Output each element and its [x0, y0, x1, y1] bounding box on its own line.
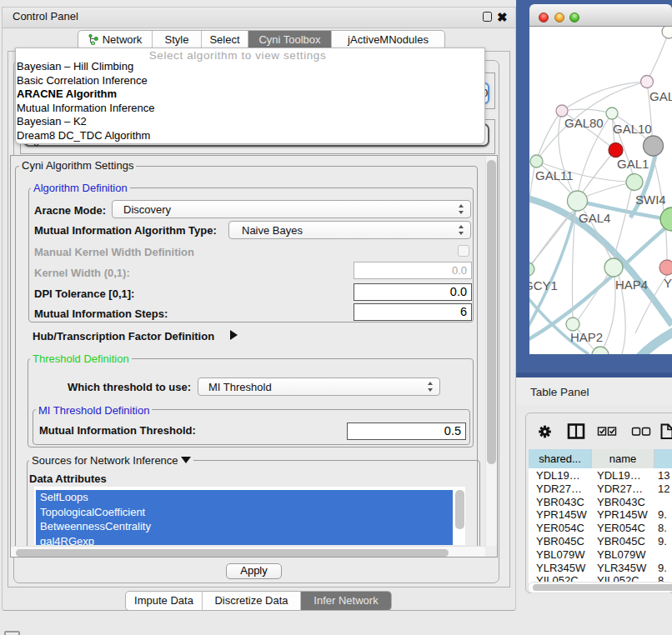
svg-text:GAL80: GAL80	[564, 116, 604, 130]
svg-text:GCY1: GCY1	[529, 278, 558, 292]
svg-text:Y: Y	[664, 276, 672, 290]
svg-text:GAL10: GAL10	[613, 122, 652, 136]
svg-text:GAL11: GAL11	[535, 168, 574, 182]
svg-text:HAP2: HAP2	[570, 330, 603, 344]
svg-text:GAL1: GAL1	[617, 157, 649, 171]
svg-text:HAP4: HAP4	[615, 278, 648, 292]
svg-text:GAL4: GAL4	[579, 211, 610, 225]
svg-text:GAL: GAL	[649, 89, 672, 103]
svg-text:SWI4: SWI4	[635, 192, 666, 207]
